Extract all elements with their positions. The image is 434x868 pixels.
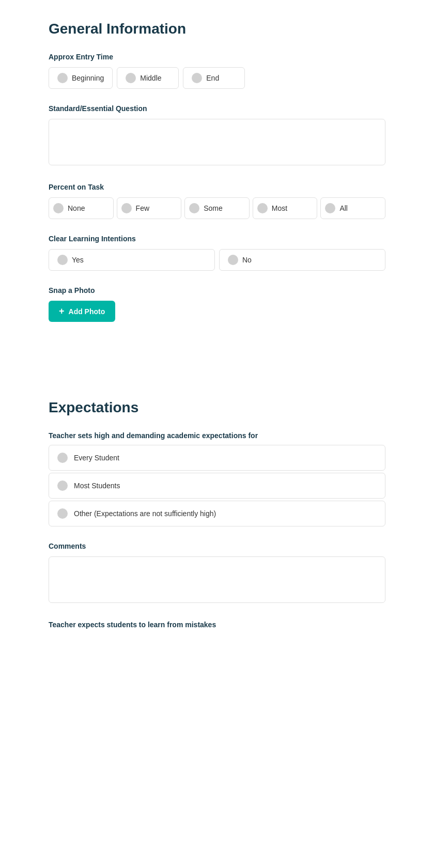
radio-circle-other — [57, 508, 68, 519]
essential-question-input[interactable] — [49, 119, 385, 165]
radio-circle-every-student — [57, 453, 68, 463]
radio-circle-yes — [57, 255, 68, 265]
general-information-section: General Information Approx Entry Time Be… — [49, 21, 385, 322]
percent-none-label: None — [68, 204, 85, 212]
essential-question-label: Standard/Essential Question — [49, 104, 385, 113]
teacher-sets-options: Every Student Most Students Other (Expec… — [49, 445, 385, 526]
percent-on-task-label: Percent on Task — [49, 183, 385, 191]
snap-photo-label: Snap a Photo — [49, 286, 385, 295]
page-container: General Information Approx Entry Time Be… — [0, 0, 434, 649]
entry-time-beginning-label: Beginning — [72, 74, 104, 82]
percent-few-label: Few — [136, 204, 149, 212]
clear-learning-label: Clear Learning Intentions — [49, 235, 385, 243]
expectations-section: Expectations Teacher sets high and deman… — [49, 399, 385, 629]
percent-some-label: Some — [204, 204, 223, 212]
radio-circle-no — [228, 255, 238, 265]
radio-circle-most-students — [57, 481, 68, 491]
snap-photo-group: Snap a Photo + Add Photo — [49, 286, 385, 322]
clear-learning-no[interactable]: No — [219, 249, 385, 271]
radio-circle-most — [257, 203, 268, 213]
add-photo-button-label: Add Photo — [69, 307, 105, 316]
percent-all-label: All — [339, 204, 348, 212]
percent-most-label: Most — [272, 204, 287, 212]
plus-icon: + — [59, 306, 65, 317]
expectations-title: Expectations — [49, 399, 385, 416]
radio-circle-all — [325, 203, 335, 213]
teacher-sets-most-students[interactable]: Most Students — [49, 473, 385, 499]
radio-circle-few — [121, 203, 132, 213]
general-information-title: General Information — [49, 21, 385, 37]
radio-circle-some — [189, 203, 199, 213]
percent-most[interactable]: Most — [253, 197, 318, 219]
truncated-question: Teacher expects students to learn from m… — [49, 621, 385, 629]
radio-circle-beginning — [57, 73, 68, 83]
teacher-sets-every-student[interactable]: Every Student — [49, 445, 385, 471]
expectations-comments-group: Comments — [49, 542, 385, 605]
radio-circle-none — [53, 203, 64, 213]
teacher-sets-label: Teacher sets high and demanding academic… — [49, 431, 385, 440]
clear-learning-yes[interactable]: Yes — [49, 249, 215, 271]
teacher-sets-every-student-label: Every Student — [74, 454, 119, 462]
clear-learning-yes-label: Yes — [72, 256, 84, 264]
entry-time-middle-label: Middle — [140, 74, 161, 82]
percent-few[interactable]: Few — [117, 197, 182, 219]
essential-question-group: Standard/Essential Question — [49, 104, 385, 167]
entry-time-group: Approx Entry Time Beginning Middle End — [49, 53, 385, 89]
percent-some[interactable]: Some — [184, 197, 250, 219]
teacher-sets-most-students-label: Most Students — [74, 482, 120, 490]
teacher-sets-other[interactable]: Other (Expectations are not sufficiently… — [49, 501, 385, 526]
teacher-sets-group: Teacher sets high and demanding academic… — [49, 431, 385, 526]
entry-time-end[interactable]: End — [183, 67, 245, 89]
clear-learning-no-label: No — [242, 256, 252, 264]
expectations-comments-input[interactable] — [49, 556, 385, 603]
entry-time-middle[interactable]: Middle — [117, 67, 179, 89]
section-divider — [49, 337, 385, 399]
percent-none[interactable]: None — [49, 197, 114, 219]
entry-time-end-label: End — [206, 74, 219, 82]
percent-on-task-options: None Few Some Most All — [49, 197, 385, 219]
add-photo-button[interactable]: + Add Photo — [49, 301, 115, 322]
percent-all[interactable]: All — [320, 197, 385, 219]
teacher-sets-other-label: Other (Expectations are not sufficiently… — [74, 509, 216, 518]
expectations-comments-label: Comments — [49, 542, 385, 550]
radio-circle-middle — [126, 73, 136, 83]
entry-time-options: Beginning Middle End — [49, 67, 385, 89]
percent-on-task-group: Percent on Task None Few Some Most — [49, 183, 385, 219]
entry-time-beginning[interactable]: Beginning — [49, 67, 113, 89]
entry-time-label: Approx Entry Time — [49, 53, 385, 61]
radio-circle-end — [192, 73, 202, 83]
clear-learning-group: Clear Learning Intentions Yes No — [49, 235, 385, 271]
clear-learning-options: Yes No — [49, 249, 385, 271]
